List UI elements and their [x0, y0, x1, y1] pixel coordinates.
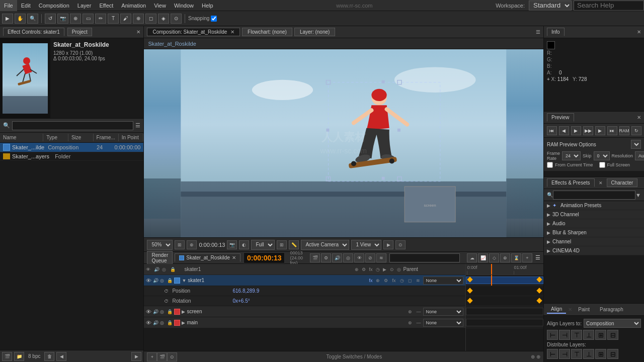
loop-btn[interactable]: ↻ [631, 126, 641, 135]
camera-select[interactable]: Active Camera [301, 240, 349, 250]
menu-composition[interactable]: Composition [35, 0, 73, 11]
breadcrumb-link[interactable]: Skater_at_Roskilde [148, 41, 196, 47]
project-row-folder[interactable]: Skater_...ayers Folder [0, 152, 143, 161]
tab-effect-controls[interactable]: Effect Controls: skater1 [3, 28, 64, 36]
layer-solo-screen[interactable]: ◎ [160, 309, 167, 314]
resolution-select[interactable]: Auto [635, 151, 644, 160]
tab-info[interactable]: Info [547, 28, 565, 36]
pan-tool-btn[interactable]: ⊕ [70, 14, 81, 24]
project-menu-icon[interactable]: ☰ [135, 122, 140, 129]
puppet-tool-btn[interactable]: ⊙ [171, 14, 182, 24]
tl-render-btn[interactable]: 🎬 [157, 352, 167, 361]
align-right-btn[interactable]: ⊤ [571, 330, 582, 340]
tab-project[interactable]: Project [67, 28, 92, 36]
align-top-btn[interactable]: ⊥ [583, 330, 594, 340]
effects-search-menu[interactable]: ▼ [635, 192, 641, 198]
addlayer-tl-btn[interactable]: + [522, 253, 532, 262]
layer-lock-main[interactable]: 🔒 [167, 320, 174, 325]
hand-tool-btn[interactable]: ✋ [15, 14, 26, 24]
sw-effect-skater1[interactable]: fx [392, 278, 399, 283]
flow-btn[interactable]: ▶ [131, 352, 141, 361]
tab-character[interactable]: Character [607, 178, 638, 187]
expand-main[interactable]: ▶ [182, 320, 185, 325]
sw-collapse-screen[interactable]: ⊕ [408, 309, 415, 314]
project-row-comp[interactable]: Skater_...ilde Composition 24 0:00:00:00 [0, 143, 143, 152]
draft-tl-btn[interactable]: ⊘ [365, 253, 375, 262]
mask-tool-btn[interactable]: ▭ [83, 14, 94, 24]
track-screen[interactable] [466, 306, 543, 317]
preview-close[interactable]: ✕ [637, 115, 641, 120]
align-vcenter-btn[interactable]: ⊞ [595, 330, 606, 340]
effect-group-blur-header[interactable]: ▶ Blur & Sharpen [544, 228, 644, 237]
settings-tl-btn[interactable]: ⚙ [321, 253, 331, 262]
tab-skater-comp[interactable]: Skater_at_Roskilde ✕ [175, 253, 240, 262]
camera-tool-btn[interactable]: 📷 [57, 14, 68, 24]
keyframe-rot-start[interactable] [467, 298, 473, 303]
timeline-menu[interactable]: ☰ [535, 254, 540, 261]
tab-effects-presets[interactable]: Effects & Presets [547, 178, 595, 187]
tab-paint[interactable]: Paint [574, 306, 594, 313]
menu-layer[interactable]: Layer [73, 0, 96, 11]
solo-tl-btn[interactable]: ◎ [343, 253, 353, 262]
layer-fx-skater1[interactable]: fx [369, 278, 376, 283]
new-comp-tl-btn[interactable]: 🎬 [310, 253, 320, 262]
tab-layer[interactable]: Layer: (none) [294, 28, 335, 36]
dist-top-btn[interactable]: ⊥ [583, 349, 594, 359]
3d-btn[interactable]: ⊙ [395, 240, 406, 249]
effect-group-channel-header[interactable]: ▶ Channel [544, 237, 644, 246]
menu-help[interactable]: Help [198, 0, 217, 11]
sw-3d-skater1[interactable]: ◻ [408, 278, 415, 283]
tab-render-queue[interactable]: Render Queue [147, 251, 173, 265]
layer-row-main[interactable]: 👁 🔊 ◎ 🔒 ▶ main ⊕ — None [144, 317, 465, 328]
menu-view[interactable]: View [150, 0, 170, 11]
effect-group-audio-header[interactable]: ▶ Audio [544, 219, 644, 228]
align-hcenter-btn[interactable]: ⊣ [559, 330, 570, 340]
keyframe-rot-end[interactable] [536, 298, 542, 303]
snapping-checkbox[interactable] [211, 16, 217, 22]
arrow-btn[interactable]: ◀ [56, 352, 66, 361]
pos-stopwatch[interactable]: ⏱ [164, 289, 172, 294]
viewer-canvas[interactable]: screen 人人素材 www.rr-sc.com [144, 49, 543, 237]
show-channel-btn[interactable]: ◐ [239, 240, 249, 249]
sw-time-skater1[interactable]: ◷ [400, 278, 407, 283]
clone-tool-btn[interactable]: ⊕ [133, 14, 144, 24]
parent-select-skater1[interactable]: None [423, 277, 463, 285]
track-main[interactable] [466, 317, 543, 328]
text-tool-btn[interactable]: T [108, 14, 119, 24]
effects-panel-close[interactable]: ✕ [599, 180, 603, 186]
tab-preview[interactable]: Preview [547, 113, 574, 122]
shape-tl-btn[interactable]: ◇ [489, 253, 499, 262]
ram-options-select[interactable]: ▼ [631, 140, 641, 149]
tab-paragraph[interactable]: Paragraph [596, 306, 627, 313]
play-btn[interactable]: ▶ [571, 126, 581, 135]
dist-hcenter-btn[interactable]: ⊣ [559, 349, 570, 359]
snapshot-btn[interactable]: 📷 [227, 240, 237, 249]
views-select[interactable]: 1 View [351, 240, 381, 250]
timeline-tab-close[interactable]: ✕ [232, 255, 236, 260]
comment-tl-btn[interactable]: ☁ [467, 253, 477, 262]
expressions-tl-btn[interactable]: ⊕ [500, 253, 510, 262]
keyframe-tl-btn[interactable]: ⌛ [511, 253, 521, 262]
track-skater1[interactable] [466, 275, 543, 286]
frame-rate-select[interactable]: 24 [562, 151, 581, 160]
dist-vcenter-btn[interactable]: ⊞ [595, 349, 606, 359]
timeline-timecode[interactable]: 0:00:00:13 [244, 252, 285, 263]
sw-quality-main[interactable]: — [416, 320, 423, 325]
last-frame-btn[interactable]: ⏭ [607, 126, 617, 135]
search-input[interactable] [574, 1, 644, 11]
keyframe-pos-start[interactable] [467, 288, 473, 293]
layer-solo-main[interactable]: ◎ [160, 320, 167, 325]
sw-collapse-main[interactable]: ⊕ [408, 320, 415, 325]
effects-search-input[interactable] [553, 191, 635, 200]
align-to-select[interactable]: Composition [584, 319, 641, 328]
layer-audio-screen[interactable]: 🔊 [153, 309, 160, 314]
align-left-btn[interactable]: ⊢ [547, 330, 558, 340]
timeline-search[interactable] [389, 253, 460, 262]
expand-screen[interactable]: ▶ [182, 309, 185, 314]
ruler-btn[interactable]: 📏 [289, 240, 299, 249]
tl-expr-btn[interactable]: ⊙ [167, 352, 177, 361]
graph-tl-btn[interactable]: 📈 [478, 253, 488, 262]
safe-zones-btn[interactable]: ⊕ [187, 240, 197, 249]
layer-lock-screen[interactable]: 🔒 [167, 309, 174, 314]
delete-btn[interactable]: 🗑 [44, 352, 54, 361]
